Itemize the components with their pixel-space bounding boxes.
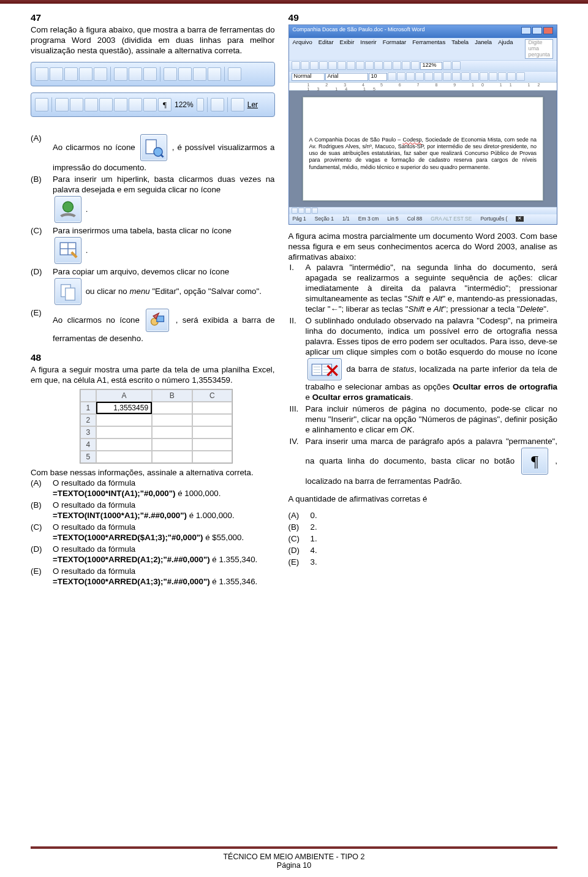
label-e: (E) bbox=[31, 307, 49, 344]
save-icon bbox=[64, 67, 78, 81]
outdent-icon bbox=[480, 72, 488, 81]
drawing-large-icon bbox=[146, 309, 169, 332]
borders-icon bbox=[498, 72, 507, 81]
q48-option-b: (B)O resultado da fórmula=TEXTO(INT(1000… bbox=[31, 500, 275, 521]
minimize-icon bbox=[521, 27, 531, 34]
tb-help-icon bbox=[443, 61, 451, 70]
align-right-icon bbox=[434, 72, 442, 81]
tables-borders-large-icon bbox=[55, 237, 81, 264]
q47c-pre: Para inserirmos uma tabela, basta clicar… bbox=[53, 226, 232, 235]
tb-spell-icon bbox=[337, 61, 346, 70]
q48-number: 48 bbox=[31, 352, 275, 363]
maximize-icon bbox=[532, 27, 542, 34]
tables-borders-icon bbox=[70, 98, 83, 111]
pilcrow-button-icon: ¶ bbox=[521, 448, 548, 475]
spellcheck-status-icon: ✕ bbox=[516, 216, 524, 221]
q49-item-iii: III. Para incluir números de página no d… bbox=[290, 404, 557, 435]
word-menubar: Arquivo Editar Exibir Inserir Formatar F… bbox=[289, 38, 557, 60]
codesp-word: Codesp bbox=[403, 137, 422, 143]
q48-option-c: (C)O resultado da fórmula=TEXTO(1000*ARR… bbox=[31, 522, 275, 543]
tb-open-icon bbox=[301, 61, 309, 70]
italic-icon bbox=[397, 72, 405, 81]
excel-corner bbox=[80, 390, 96, 402]
excel-a1: 1,3553459 bbox=[96, 402, 152, 414]
word-statusbar: Pág 1 Seção 1 1/1 Em 3 cm Lin 5 Col 88 G… bbox=[289, 214, 557, 224]
doc-map-icon bbox=[143, 98, 157, 111]
view-normal-icon bbox=[292, 208, 298, 214]
q47d-menu: menu bbox=[129, 287, 149, 296]
help-search: Digite uma pergunta bbox=[525, 39, 553, 59]
new-icon bbox=[35, 67, 48, 81]
font-color-icon bbox=[516, 72, 525, 81]
right-column: 49 Companhia Docas de São Paulo.doc - Mi… bbox=[288, 12, 557, 593]
q48-stem: A figura a seguir mostra uma parte da te… bbox=[31, 364, 275, 385]
zoom-value: 122% bbox=[173, 100, 195, 109]
excel-col-b: B bbox=[152, 390, 192, 402]
view-web-icon bbox=[298, 208, 304, 214]
word-toolbar-row1 bbox=[31, 62, 275, 86]
q49-ask: A quantidade de afirmativas corretas é bbox=[288, 494, 557, 504]
help-icon bbox=[211, 98, 224, 111]
word-document: A Companhia Docas de São Paulo – Codesp,… bbox=[303, 97, 543, 201]
q48-option-e: (E)O resultado da fórmula=TEXTO(1000*ARR… bbox=[31, 566, 275, 587]
svg-rect-10 bbox=[157, 316, 164, 322]
q47b-post: . bbox=[86, 205, 88, 214]
view-print-icon bbox=[305, 208, 311, 214]
excel-icon bbox=[99, 98, 113, 111]
columns-icon bbox=[114, 98, 127, 111]
q49-item-iv: IV. Para inserir uma marca de parágrafo … bbox=[290, 436, 557, 486]
indent-icon bbox=[489, 72, 497, 81]
excel-row-1: 1 bbox=[80, 402, 96, 414]
q47a-pre: Ao clicarmos no ícone bbox=[53, 143, 138, 152]
tb-save-icon bbox=[310, 61, 318, 70]
question-47: 47 Com relação à figura abaixo, que most… bbox=[31, 12, 275, 344]
spellcheck-status-large-icon bbox=[307, 358, 342, 380]
pilcrow-icon: ¶ bbox=[158, 98, 172, 111]
tb-link-icon bbox=[393, 61, 401, 70]
excel-row-4: 4 bbox=[80, 438, 96, 451]
excel-row-2: 2 bbox=[80, 414, 96, 426]
copy-icon bbox=[178, 67, 192, 81]
q49-option-c: (C)1. bbox=[288, 533, 557, 544]
q49-intro: A figura acima mostra parcialmente um do… bbox=[288, 231, 557, 262]
size-select: 10 bbox=[369, 73, 387, 81]
q48-option-d: (D)O resultado da fórmula=TEXTO(1000*ARR… bbox=[31, 544, 275, 565]
line-spacing-icon bbox=[452, 72, 461, 81]
label-a: (A) bbox=[31, 133, 49, 173]
word-toolbar-row2: ¶ 122% Ler bbox=[31, 92, 275, 117]
hyperlink-large-icon bbox=[55, 196, 81, 223]
q49-option-e: (E)3. bbox=[288, 557, 557, 567]
tb-copy-icon bbox=[356, 61, 364, 70]
tb-undo-icon bbox=[374, 61, 383, 70]
read-label: Ler bbox=[246, 100, 260, 109]
q47-option-d: (D) Para copiar um arquivo, devemos clic… bbox=[31, 266, 275, 306]
page-footer: TÉCNICO EM MEIO AMBIENTE - TIPO 2 Página… bbox=[0, 853, 588, 870]
label-c: (C) bbox=[31, 225, 49, 265]
tb-preview-icon bbox=[328, 61, 337, 70]
q49-item-ii: II. O sublinhado ondulado observado na p… bbox=[290, 315, 557, 402]
svg-rect-8 bbox=[66, 288, 75, 300]
label-b: (B) bbox=[31, 174, 49, 224]
word-window: Companhia Docas de São Paulo.doc - Micro… bbox=[288, 24, 557, 225]
justify-icon bbox=[443, 72, 451, 81]
left-column: 47 Com relação à figura abaixo, que most… bbox=[31, 12, 275, 593]
q47-option-e: (E) Ao clicarmos no ícone , será exibida… bbox=[31, 307, 275, 344]
tb-new-icon bbox=[292, 61, 300, 70]
question-48: 48 A figura a seguir mostra uma parte da… bbox=[31, 352, 275, 587]
tb-cut-icon bbox=[347, 61, 355, 70]
cut-icon bbox=[164, 67, 177, 81]
svg-point-3 bbox=[63, 201, 74, 212]
permission-icon bbox=[79, 67, 92, 81]
undo-icon bbox=[228, 67, 241, 81]
tb-redo-icon bbox=[383, 61, 392, 70]
bold-icon bbox=[388, 72, 396, 81]
q47-stem: Com relação à figura abaixo, que mostra … bbox=[31, 24, 275, 56]
hyperlink-icon bbox=[55, 98, 69, 111]
print-preview-large-icon bbox=[140, 134, 167, 161]
font-select: Arial bbox=[325, 73, 368, 81]
label-d: (D) bbox=[31, 266, 49, 306]
excel-col-c: C bbox=[192, 390, 232, 402]
q48-option-a: (A)O resultado da fórmula=TEXTO(1000*INT… bbox=[31, 478, 275, 499]
q49-option-b: (B)2. bbox=[288, 522, 557, 532]
format-painter-icon bbox=[208, 67, 221, 81]
